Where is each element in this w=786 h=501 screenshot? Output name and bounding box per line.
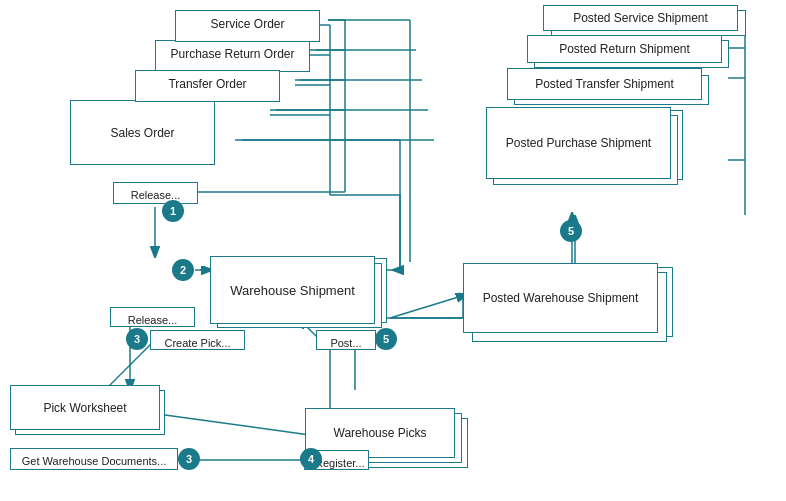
step-5b-circle: 5 xyxy=(560,220,582,242)
create-pick-label: Create Pick... xyxy=(164,337,230,349)
posted-transfer-shipment-label: Posted Transfer Shipment xyxy=(535,77,674,91)
pick-worksheet-box: Pick Worksheet xyxy=(10,385,160,430)
posted-warehouse-shipment-box: Posted Warehouse Shipment xyxy=(463,263,658,333)
step-5a-circle: 5 xyxy=(375,328,397,350)
step-2-circle: 2 xyxy=(172,259,194,281)
get-warehouse-docs-button[interactable]: Get Warehouse Documents... xyxy=(10,448,178,470)
service-order-label: Service Order xyxy=(210,17,284,31)
create-pick-button[interactable]: Create Pick... xyxy=(150,330,245,350)
register-label: Register... xyxy=(315,457,365,469)
diagram-container: Service Order Purchase Return Order Tran… xyxy=(0,0,786,501)
post-label: Post... xyxy=(330,337,361,349)
posted-service-shipment-label: Posted Service Shipment xyxy=(573,11,708,25)
pick-worksheet-label: Pick Worksheet xyxy=(43,401,126,415)
warehouse-shipment-box: Warehouse Shipment xyxy=(210,256,375,324)
purchase-return-order-box: Purchase Return Order xyxy=(155,40,310,72)
transfer-order-box: Transfer Order xyxy=(135,70,280,102)
posted-return-shipment-label: Posted Return Shipment xyxy=(559,42,690,56)
posted-return-shipment-box: Posted Return Shipment xyxy=(527,35,722,63)
step-1-circle: 1 xyxy=(162,200,184,222)
get-warehouse-docs-label: Get Warehouse Documents... xyxy=(22,455,167,467)
release-button-1[interactable]: Release... xyxy=(113,182,198,204)
svg-line-31 xyxy=(390,295,465,318)
release-3-label: Release... xyxy=(128,314,178,326)
posted-service-shipment-box: Posted Service Shipment xyxy=(543,5,738,31)
post-button[interactable]: Post... xyxy=(316,330,376,350)
step-3b-circle: 3 xyxy=(178,448,200,470)
step-4-circle: 4 xyxy=(300,448,322,470)
step-3a-circle: 3 xyxy=(126,328,148,350)
posted-purchase-shipment-box: Posted Purchase Shipment xyxy=(486,107,671,179)
posted-transfer-shipment-box: Posted Transfer Shipment xyxy=(507,68,702,100)
warehouse-shipment-label: Warehouse Shipment xyxy=(230,283,355,298)
sales-order-label: Sales Order xyxy=(110,126,174,140)
sales-order-box: Sales Order xyxy=(70,100,215,165)
posted-warehouse-shipment-label: Posted Warehouse Shipment xyxy=(483,291,639,305)
posted-purchase-shipment-label: Posted Purchase Shipment xyxy=(506,136,651,150)
release-button-3[interactable]: Release... xyxy=(110,307,195,327)
purchase-return-label: Purchase Return Order xyxy=(170,47,294,61)
svg-line-2 xyxy=(165,415,310,435)
transfer-order-label: Transfer Order xyxy=(168,77,246,91)
warehouse-picks-label: Warehouse Picks xyxy=(334,426,427,440)
service-order-box: Service Order xyxy=(175,10,320,42)
